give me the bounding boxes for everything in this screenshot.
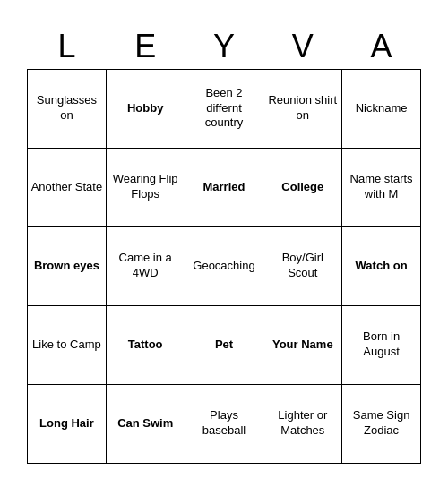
table-cell: Geocaching xyxy=(185,226,263,305)
bingo-body: Sunglasses onHobbyBeen 2 differnt countr… xyxy=(28,69,421,463)
table-row: Brown eyesCame in a 4WDGeocachingBoy/Gir… xyxy=(28,226,421,305)
table-cell: Hobby xyxy=(106,69,185,148)
header-col-Y: Y xyxy=(185,24,263,70)
table-row: Like to CampTattooPetYour NameBorn in Au… xyxy=(28,305,421,384)
table-cell: Can Swim xyxy=(106,384,185,463)
table-cell: Sunglasses on xyxy=(28,69,107,148)
table-cell: Like to Camp xyxy=(28,305,107,384)
table-cell: Lighter or Matches xyxy=(263,384,342,463)
table-cell: Came in a 4WD xyxy=(106,226,185,305)
table-cell: Wearing Flip Flops xyxy=(106,148,185,226)
table-row: Sunglasses onHobbyBeen 2 differnt countr… xyxy=(28,69,421,148)
table-cell: Brown eyes xyxy=(28,226,107,305)
table-cell: Same Sign Zodiac xyxy=(342,384,421,463)
header-col-E: E xyxy=(106,24,185,70)
table-cell: College xyxy=(263,148,342,226)
table-row: Another StateWearing Flip FlopsMarriedCo… xyxy=(28,148,421,226)
table-cell: Nickname xyxy=(342,69,421,148)
table-row: Long HairCan SwimPlays baseballLighter o… xyxy=(28,384,421,463)
header-col-V: V xyxy=(263,24,342,70)
table-cell: Name starts with M xyxy=(342,148,421,226)
table-cell: Been 2 differnt country xyxy=(185,69,263,148)
header-row: L E Y V A xyxy=(28,24,421,70)
table-cell: Married xyxy=(185,148,263,226)
table-cell: Another State xyxy=(28,148,107,226)
header-col-L: L xyxy=(28,24,107,70)
table-cell: Pet xyxy=(185,305,263,384)
table-cell: Your Name xyxy=(263,305,342,384)
header-col-A: A xyxy=(342,24,421,70)
table-cell: Long Hair xyxy=(28,384,107,463)
table-cell: Reunion shirt on xyxy=(263,69,342,148)
table-cell: Tattoo xyxy=(106,305,185,384)
bingo-card: L E Y V A Sunglasses onHobbyBeen 2 diffe… xyxy=(18,15,430,473)
table-cell: Plays baseball xyxy=(185,384,263,463)
table-cell: Born in August xyxy=(342,305,421,384)
bingo-table: L E Y V A Sunglasses onHobbyBeen 2 diffe… xyxy=(27,24,421,464)
table-cell: Boy/Girl Scout xyxy=(263,226,342,305)
table-cell: Watch on xyxy=(342,226,421,305)
